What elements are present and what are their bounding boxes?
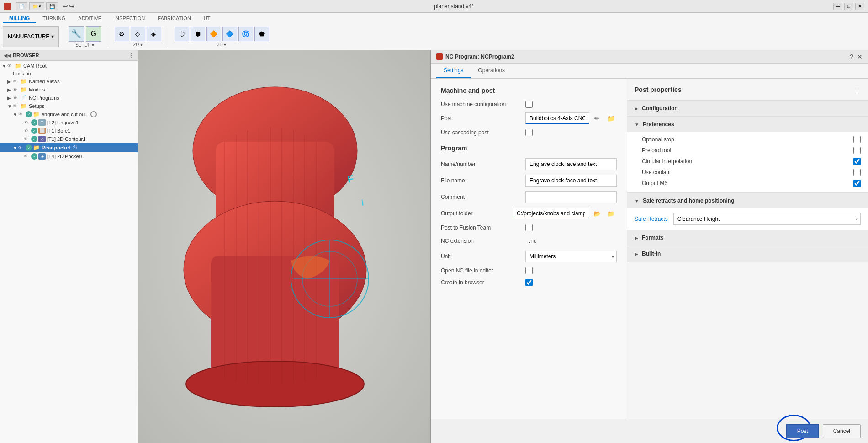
- 3d-icon-4[interactable]: 🔷: [222, 27, 237, 41]
- manufacture-btn[interactable]: MANUFACTURE ▾: [3, 26, 59, 47]
- minimize-btn[interactable]: —: [833, 3, 842, 10]
- tab-settings[interactable]: Settings: [436, 64, 471, 78]
- nc-dialog-close-btn[interactable]: ✕: [857, 53, 863, 60]
- post-label: Post: [441, 115, 525, 122]
- post-edit-btn[interactable]: ✏: [591, 112, 603, 124]
- use-cascading-post-checkbox[interactable]: [525, 129, 533, 136]
- output-folder-input[interactable]: [513, 208, 589, 219]
- arrow-icon: ▶: [7, 87, 13, 92]
- nc-dialog-help-btn[interactable]: ?: [850, 53, 853, 60]
- preload-tool-checkbox[interactable]: [853, 147, 861, 154]
- tree-item-named-views[interactable]: ▶ 👁 📁 Named Views: [0, 77, 138, 85]
- tab-inspection[interactable]: INSPECTION: [108, 14, 151, 23]
- props-section-builtin-header[interactable]: ▶ Built-in: [627, 246, 868, 262]
- post-to-fusion-checkbox[interactable]: [525, 224, 533, 231]
- tree-item-contour1[interactable]: 👁 ✓ ◇ [T1] 2D Contour1: [0, 135, 138, 143]
- tree-item-setups[interactable]: ▼ 👁 📁 Setups: [0, 102, 138, 110]
- nc-dialog-titlebar: NC Program: NCProgram2 ? ✕: [431, 50, 868, 64]
- ribbon-2d: ⚙ ◇ ◈ 2D ▾: [111, 26, 165, 48]
- props-section-safe-header[interactable]: ▼ Safe retracts and home positioning: [627, 193, 868, 208]
- use-machine-config-checkbox[interactable]: [525, 101, 533, 108]
- open-btn[interactable]: 📁 ▾: [29, 2, 44, 10]
- tree-item-rear-pocket[interactable]: ▼ 👁 ✓ 📁 Rear pocket ⏱: [0, 143, 138, 152]
- tab-additive[interactable]: ADDITIVE: [72, 14, 108, 23]
- post-to-fusion-label: Post to Fusion Team: [441, 224, 525, 231]
- tree-item-nc-programs[interactable]: ▶ 👁 📄 NC Programs: [0, 94, 138, 102]
- undo-btn[interactable]: ↩: [63, 3, 68, 10]
- props-section-prefs-header[interactable]: ▼ Preferences: [627, 117, 868, 132]
- unit-select[interactable]: Millimeters Inches: [525, 251, 617, 262]
- 2d-label: 2D ▾: [133, 42, 143, 47]
- dialog-body: Machine and post Use machine configurati…: [431, 79, 868, 419]
- ribbon: MANUFACTURE ▾ 🔧 G SETUP ▾ ⚙ ◇ ◈ 2D ▾: [0, 23, 868, 50]
- optional-stop-checkbox[interactable]: [853, 136, 861, 143]
- ribbon-sep-2: [108, 26, 108, 47]
- tab-ut[interactable]: UT: [197, 14, 217, 23]
- folder-icon: 📁: [33, 111, 40, 117]
- setup-icon-2[interactable]: G: [86, 26, 101, 42]
- tree-label: CAM Root: [23, 63, 47, 69]
- new-btn[interactable]: 📄: [16, 2, 27, 10]
- post-folder-btn[interactable]: 📁: [605, 112, 617, 124]
- 3d-icon-1[interactable]: ⬡: [175, 27, 189, 41]
- clearance-height-select[interactable]: Clearance Height Previous Position Home …: [673, 213, 861, 225]
- eye-icon: 👁: [13, 79, 19, 84]
- tab-turning[interactable]: TURNING: [36, 14, 72, 23]
- tree-item-engrave-setup[interactable]: ▼ 👁 ✓ 📁 engrave and cut ou...: [0, 110, 138, 118]
- tab-fabrication[interactable]: FABRICATION: [151, 14, 197, 23]
- tree-item-cam-root[interactable]: ▼ 👁 📁 CAM Root: [0, 62, 138, 70]
- use-coolant-label: Use coolant: [642, 169, 671, 176]
- undo-redo-btns: ↩ ↪: [63, 3, 74, 10]
- post-button[interactable]: Post: [786, 424, 819, 438]
- prop-output-m6-row: Output M6: [642, 180, 861, 187]
- formats-section-label: Formats: [642, 235, 663, 241]
- browser-title: BROWSER: [13, 53, 39, 58]
- 2d-icon-3[interactable]: ◈: [147, 27, 161, 41]
- arrow-icon: ▼: [2, 64, 7, 69]
- 3d-icon-2[interactable]: ⬢: [191, 27, 205, 41]
- maximize-btn[interactable]: □: [844, 3, 853, 10]
- tab-milling[interactable]: MILLING: [3, 14, 36, 23]
- cancel-button[interactable]: Cancel: [823, 424, 861, 438]
- folder-icon: 📁: [33, 144, 40, 151]
- create-browser-checkbox[interactable]: [525, 279, 533, 286]
- 3d-icon-3[interactable]: 🔶: [206, 27, 221, 41]
- tree-item-bore1[interactable]: 👁 ✓ ⬜ [T1] Bore1: [0, 127, 138, 135]
- setup-icon-1[interactable]: 🔧: [69, 26, 84, 42]
- 3d-icon-5[interactable]: 🌀: [238, 27, 253, 41]
- save-btn[interactable]: 💾: [46, 2, 58, 10]
- output-folder-open-btn[interactable]: 📁: [605, 208, 617, 219]
- post-input[interactable]: [525, 112, 589, 124]
- safe-retracts-link[interactable]: Safe Retracts: [635, 216, 668, 222]
- browser-collapse-btn[interactable]: ◀◀: [4, 53, 11, 59]
- output-m6-checkbox[interactable]: [853, 180, 861, 187]
- tree-item-models[interactable]: ▶ 👁 📁 Models: [0, 85, 138, 94]
- name-number-input[interactable]: [525, 158, 617, 170]
- ribbon-setup: 🔧 G SETUP ▾: [65, 25, 105, 48]
- close-btn[interactable]: ✕: [855, 3, 864, 10]
- 3d-icon-6[interactable]: ⬟: [254, 27, 269, 41]
- chevron-down-icon-2: ▼: [635, 198, 639, 203]
- props-more-btn[interactable]: ⋮: [853, 85, 861, 94]
- circular-interp-checkbox[interactable]: [853, 158, 861, 165]
- props-section-config-header[interactable]: ▶ Configuration: [627, 101, 868, 116]
- comment-input[interactable]: [525, 191, 617, 203]
- open-nc-checkbox[interactable]: [525, 267, 533, 274]
- nc-extension-value: .nc: [525, 236, 540, 246]
- tab-operations[interactable]: Operations: [471, 64, 512, 78]
- file-name-input[interactable]: [525, 175, 617, 187]
- props-section-formats-header[interactable]: ▶ Formats: [627, 230, 868, 246]
- tree-item-engrave1[interactable]: 👁 ✓ T [T2] Engrave1: [0, 118, 138, 127]
- arrow-icon: ▼: [7, 104, 13, 109]
- eye-icon: 👁: [24, 154, 30, 159]
- use-coolant-checkbox[interactable]: [853, 169, 861, 176]
- 2d-icon-2[interactable]: ◇: [131, 27, 145, 41]
- tree-item-pocket1[interactable]: 👁 ✓ ◈ [T4] 2D Pocket1: [0, 152, 138, 160]
- dialog-tabs: Settings Operations: [431, 64, 868, 79]
- output-folder-browse-btn[interactable]: 📂: [591, 208, 603, 219]
- browser-options-btn[interactable]: ⋮: [128, 52, 134, 59]
- redo-btn[interactable]: ↪: [69, 3, 74, 10]
- file-menu-icons: 📄 📁 ▾ 💾: [16, 2, 58, 10]
- 2d-icon-1[interactable]: ⚙: [115, 27, 129, 41]
- tree-label: Rear pocket: [42, 145, 70, 150]
